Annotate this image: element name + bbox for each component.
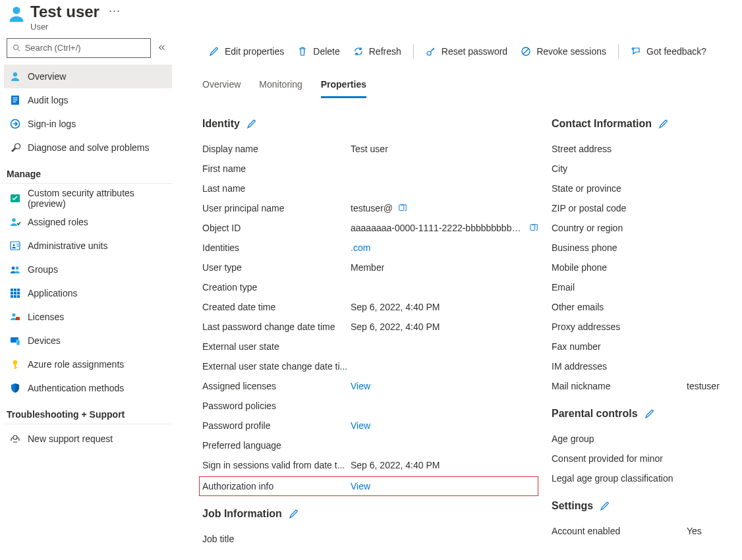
pencil-icon [289,509,299,519]
page-title: Test user [30,3,100,22]
prop-value: Sep 6, 2022, 4:40 PM [351,460,440,470]
nav-label: Audit logs [28,95,68,105]
prop-label: Password profile [202,420,351,431]
prop-label: Object ID [202,223,351,233]
nav-label: Applications [28,288,78,298]
nav-item-devices[interactable]: Devices [4,329,172,352]
diagnose-icon [9,142,21,154]
group-settings-title: Settings [552,500,593,512]
more-button[interactable]: ··· [109,4,121,18]
edit-settings-button[interactable] [600,501,610,511]
custom-sec-icon [9,192,21,204]
prop-row: Preferred language [202,435,538,455]
prop-value-link[interactable]: .com [351,242,370,253]
nav-item-assigned-roles[interactable]: Assigned roles [4,210,172,234]
prop-label: Last password change date time [202,322,351,332]
prop-row: Street address [552,139,737,159]
edit-job-button[interactable] [289,509,299,519]
nav-item-groups[interactable]: Groups [4,258,172,281]
prop-row: Email [552,277,737,297]
prop-value-link[interactable]: View [351,381,370,391]
nav-label: New support request [28,434,113,444]
delete-button[interactable]: Delete [291,41,346,62]
content: Edit properties Delete Refresh Reset pas… [176,38,742,560]
edit-contact-button[interactable] [658,119,669,129]
copy-button[interactable] [398,204,407,213]
prop-row: State or province [552,179,737,198]
edit-identity-button[interactable] [246,119,257,129]
copy-button[interactable] [529,223,538,233]
reset-password-button[interactable]: Reset password [419,41,514,62]
prop-label: Legal age group classification [552,473,687,484]
nav-item-custom-security-attributes-preview-[interactable]: Custom security attributes (preview) [4,186,172,210]
prop-label: Last name [202,183,351,194]
audit-icon [9,94,21,106]
prop-row: Password policies [202,396,538,416]
prop-label: User type [202,262,351,273]
prop-row: Identities.com [202,238,538,258]
prop-row: Business phone [552,238,737,258]
section-manage: Manage [4,159,172,184]
nav-label: Azure role assignments [28,359,124,370]
prop-value: aaaaaaaa-0000-1111-2222-bbbbbbbbbbbb [351,223,524,233]
refresh-button[interactable]: Refresh [347,41,408,62]
feedback-button[interactable]: Got feedback? [624,41,713,62]
prop-label: Created date time [202,302,351,312]
nav-item-applications[interactable]: Applications [4,281,172,305]
nav-item-overview[interactable]: Overview [4,65,172,88]
prop-row: User principal nametestuser@ [202,198,538,218]
separator [413,44,414,59]
prop-label: Email [552,282,687,293]
prop-value-link[interactable]: View [351,420,370,431]
user-icon [5,3,28,25]
prop-row: City [552,159,737,179]
prop-label: State or province [552,183,687,194]
user-icon [9,70,21,82]
prop-label: City [552,163,687,174]
refresh-icon [353,46,364,57]
prop-value: Sep 6, 2022, 4:40 PM [351,322,440,332]
prop-row: External user state change date ti... [202,356,538,376]
prop-row: Object IDaaaaaaaa-0000-1111-2222-bbbbbbb… [202,218,538,238]
prop-row: Mobile phone [552,258,737,277]
apps-icon [9,287,21,299]
search-box[interactable] [7,38,151,58]
tab-monitoring[interactable]: Monitoring [259,75,302,98]
edit-properties-button[interactable]: Edit properties [202,41,291,62]
nav-item-sign-in-logs[interactable]: Sign-in logs [4,112,172,136]
trash-icon [297,46,308,57]
prop-row: Legal age group classification [552,468,737,488]
collapse-sidebar-button[interactable] [155,41,169,55]
prop-row: Age group [552,429,737,449]
nav-item-administrative-units[interactable]: Administrative units [4,234,172,258]
prop-value-link[interactable]: View [351,481,370,491]
nav-item-diagnose-and-solve-problems[interactable]: Diagnose and solve problems [4,136,172,159]
revoke-sessions-button[interactable]: Revoke sessions [514,41,613,62]
roles-icon [9,216,21,228]
search-icon [13,43,21,53]
prop-label: External user state change date ti... [202,361,351,372]
edit-label: Edit properties [225,46,284,57]
section-troubleshooting: Troubleshooting + Support [4,400,172,424]
refresh-label: Refresh [369,46,401,57]
search-input[interactable] [25,43,145,53]
nav-label: Diagnose and solve problems [28,142,149,153]
tab-overview[interactable]: Overview [202,75,241,98]
edit-parental-button[interactable] [644,408,655,419]
prop-row: Account enabledYes [552,521,737,541]
nav-item-new-support-request[interactable]: New support request [4,427,172,451]
prop-label: Account enabled [552,526,687,536]
prop-row: First name [202,159,538,179]
reset-label: Reset password [442,46,507,57]
nav-item-authentication-methods[interactable]: Authentication methods [4,376,172,400]
nav-item-azure-role-assignments[interactable]: Azure role assignments [4,352,172,376]
nav-label: Administrative units [28,240,107,251]
prop-value: testuser [687,381,720,391]
nav-item-licenses[interactable]: Licenses [4,305,172,329]
prop-label: First name [202,163,351,174]
nav-item-audit-logs[interactable]: Audit logs [4,88,172,112]
prop-label: Authorization info [202,481,351,491]
chevrons-left-icon [157,43,167,53]
tab-properties[interactable]: Properties [321,75,366,98]
prop-row: Fax number [552,337,737,356]
